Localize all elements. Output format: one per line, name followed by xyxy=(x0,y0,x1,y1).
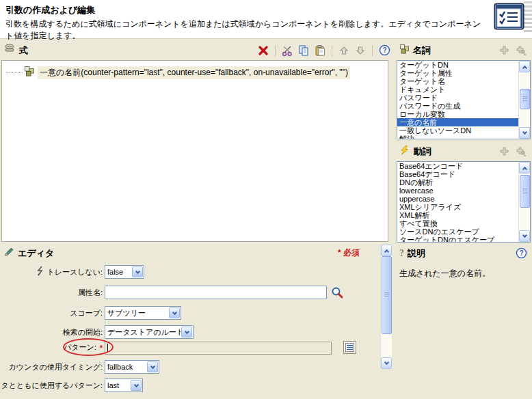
field-row-search-start: 検索の開始: データストアのルート xyxy=(0,325,194,339)
field-row-counter-use: カウンタの使用タイミング: fallback xyxy=(0,360,159,374)
pattern-input-wrap xyxy=(105,341,332,355)
field-label: カウンタとともに使用するパターン: xyxy=(0,381,103,391)
editor-panel-header: エディタ * 必須 xyxy=(0,244,380,262)
expression-toolbar: ? xyxy=(256,44,391,57)
scrollbar-thumb[interactable] xyxy=(382,256,392,334)
field-label: トレースしない: xyxy=(46,267,103,277)
add-noun-icon[interactable] xyxy=(497,44,511,57)
required-legend: * 必須 xyxy=(338,247,360,259)
help-icon[interactable]: ? xyxy=(377,44,391,57)
search-icon[interactable] xyxy=(330,286,344,299)
noun-cubes-icon xyxy=(399,44,410,57)
pattern-builder-button[interactable] xyxy=(343,341,356,354)
field-label: スコープ: xyxy=(70,308,103,318)
paste-icon[interactable] xyxy=(313,44,327,57)
scrollbar-thumb[interactable] xyxy=(520,89,530,109)
chevron-down-icon[interactable] xyxy=(132,266,143,277)
field-label: パターン: xyxy=(64,342,96,353)
expression-tree-item-label[interactable]: 一意の名前(counter-pattern="last", counter-us… xyxy=(38,66,350,79)
delete-icon[interactable] xyxy=(256,44,270,57)
list-item[interactable]: XML解析 xyxy=(397,211,518,219)
chevron-down-icon[interactable] xyxy=(169,307,180,318)
chevron-down-icon[interactable] xyxy=(181,327,192,338)
verbs-list[interactable]: Base64エンコード Base64デコード DNの解析 lowercase u… xyxy=(397,161,531,243)
list-item[interactable]: lowercase xyxy=(397,187,518,195)
start-label-wrap: 検索の開始: xyxy=(0,327,103,338)
field-row-attribute: 属性名: xyxy=(0,286,344,299)
counter-use-select-value: fallback xyxy=(105,363,146,371)
add-noun-options-icon[interactable] xyxy=(514,44,528,57)
list-item[interactable]: ドキュメント xyxy=(397,85,518,94)
cubes-icon xyxy=(24,66,35,79)
editor-scrollbar[interactable] xyxy=(380,245,392,369)
list-item[interactable]: uppercase xyxy=(397,195,518,203)
expression-tree-row[interactable]: 一意の名前(counter-pattern="last", counter-us… xyxy=(6,66,350,79)
nouns-list[interactable]: ターゲットDN ターゲット属性 ターゲット名 ドキュメント パスワード パスワー… xyxy=(397,60,531,139)
pencil-icon xyxy=(4,247,14,260)
verbs-panel-title: 動詞 xyxy=(414,146,431,158)
list-item-selected[interactable]: 一意の名前 xyxy=(397,118,518,126)
field-label: 属性名: xyxy=(78,288,103,298)
attribute-name-input[interactable] xyxy=(105,286,327,299)
svg-text:?: ? xyxy=(519,249,523,257)
list-item[interactable]: パスワード xyxy=(397,94,518,102)
scroll-up-button[interactable] xyxy=(519,61,530,72)
scrollbar-track[interactable] xyxy=(381,256,392,357)
pattern-input[interactable] xyxy=(105,342,332,355)
scroll-up-button[interactable] xyxy=(519,162,530,174)
page-description: 引数を構成するために式領域にコンポーネントを追加または式領域からコンポーネントを… xyxy=(5,18,484,42)
counter-pattern-select-value: last xyxy=(105,381,130,389)
counter-pattern-label-wrap: カウンタとともに使用するパターン: xyxy=(0,381,103,391)
move-down-icon[interactable] xyxy=(354,44,367,57)
field-row-scope: スコープ: サブツリー xyxy=(0,306,181,320)
list-item[interactable]: 解決 xyxy=(397,135,518,139)
list-item[interactable]: ターゲット名 xyxy=(397,77,518,85)
scope-select[interactable]: サブツリー xyxy=(105,306,181,320)
list-item[interactable]: Base64デコード xyxy=(397,170,518,178)
list-item[interactable]: DNの解析 xyxy=(397,178,518,187)
description-panel-title: 説明 xyxy=(408,247,425,260)
attr-label-wrap: 属性名: xyxy=(0,288,103,298)
copy-icon[interactable] xyxy=(297,44,310,57)
scrollbar-thumb[interactable] xyxy=(520,175,530,208)
verbs-scrollbar[interactable] xyxy=(518,162,530,242)
list-item[interactable]: ターゲットDNのエスケープ xyxy=(397,236,518,243)
trace-zigzag-icon xyxy=(36,266,44,278)
list-item[interactable]: パスワードの生成 xyxy=(397,102,518,110)
expression-tree-area[interactable]: 一意の名前(counter-pattern="last", counter-us… xyxy=(1,60,388,242)
list-item[interactable]: ターゲットDN xyxy=(397,61,518,69)
counter-pattern-select[interactable]: last xyxy=(105,379,143,392)
counter-use-select[interactable]: fallback xyxy=(105,360,159,374)
description-panel-header: ? 説明 ? xyxy=(395,244,532,262)
list-item[interactable]: XMLシリアライズ xyxy=(397,203,518,211)
cut-icon[interactable] xyxy=(280,44,294,57)
list-item[interactable]: Base64エンコード xyxy=(397,162,518,170)
scope-select-value: サブツリー xyxy=(105,308,168,318)
field-label: 検索の開始: xyxy=(63,327,103,338)
list-item[interactable]: すべて置換 xyxy=(397,219,518,228)
chevron-down-icon[interactable] xyxy=(131,380,142,391)
dialog-header: 引数の作成および編集 引数を構成するために式領域にコンポーネントを追加または式領… xyxy=(0,0,532,39)
add-verb-options-icon[interactable] xyxy=(514,145,528,159)
list-item[interactable]: ターゲット属性 xyxy=(397,69,518,77)
scroll-down-button[interactable] xyxy=(519,127,530,139)
argument-builder-dialog: 引数の作成および編集 引数を構成するために式領域にコンポーネントを追加または式領… xyxy=(0,0,532,399)
list-item[interactable]: 一致しないソースDN xyxy=(397,126,518,135)
search-start-select[interactable]: データストアのルート xyxy=(105,325,194,339)
scrollbar-track[interactable] xyxy=(519,174,530,230)
expression-panel-header: 式 xyxy=(0,41,395,59)
nouns-scrollbar[interactable] xyxy=(518,61,530,139)
scroll-up-button[interactable] xyxy=(381,245,392,256)
scroll-down-button[interactable] xyxy=(381,357,392,369)
add-verb-icon[interactable] xyxy=(497,145,511,159)
scroll-down-button[interactable] xyxy=(519,230,530,242)
checklist-icon xyxy=(494,3,525,31)
scrollbar-track[interactable] xyxy=(519,72,530,127)
trace-select[interactable]: false xyxy=(105,265,144,279)
move-up-icon[interactable] xyxy=(337,44,351,57)
help-icon[interactable]: ? xyxy=(514,247,528,260)
list-item[interactable]: ソースDNのエスケープ xyxy=(397,228,518,236)
list-item[interactable]: ローカル変数 xyxy=(397,110,518,118)
chevron-down-icon[interactable] xyxy=(147,361,158,372)
trace-select-value: false xyxy=(105,268,131,276)
